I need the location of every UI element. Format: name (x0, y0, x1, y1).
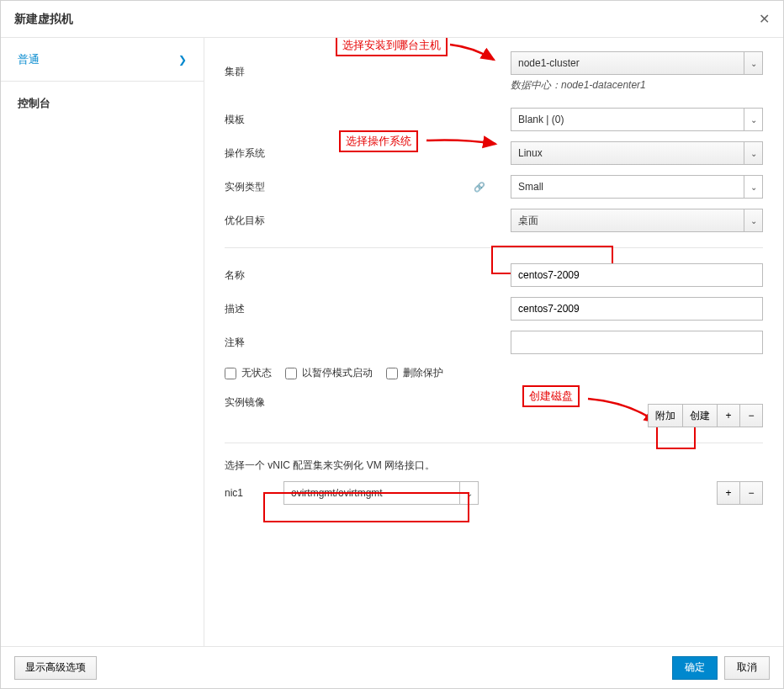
label-instance-type: 实例类型 (225, 180, 265, 194)
template-select[interactable]: Blank | (0) ⌄ (511, 108, 763, 131)
sidebar-item-general[interactable]: 普通 ❯ (1, 38, 204, 82)
dialog-footer: 显示高级选项 确定 取消 (1, 646, 783, 688)
chevron-down-icon: ⌄ (744, 52, 762, 74)
label-instance-image: 实例镜像 (225, 395, 511, 410)
sidebar-item-label: 普通 (18, 52, 40, 67)
sidebar-item-label: 控制台 (18, 96, 50, 111)
checkbox-stateless[interactable]: 无状态 (225, 366, 272, 380)
sidebar-item-console[interactable]: 控制台 (1, 82, 204, 125)
description-input[interactable] (518, 303, 755, 315)
pause-checkbox[interactable] (285, 368, 297, 379)
name-input[interactable] (518, 269, 755, 281)
cancel-button[interactable]: 取消 (724, 656, 770, 680)
nic-description: 选择一个 vNIC 配置集来实例化 VM 网络接口。 (225, 458, 763, 473)
chevron-right-icon: ❯ (178, 54, 187, 66)
label-nic1: nic1 (225, 487, 283, 499)
create-disk-button[interactable]: 创建 (682, 404, 718, 427)
chevron-down-icon: ⌄ (744, 109, 762, 130)
close-icon[interactable]: ✕ (759, 11, 770, 27)
show-advanced-button[interactable]: 显示高级选项 (14, 656, 97, 680)
ok-button[interactable]: 确定 (672, 656, 718, 680)
label-comment: 注释 (225, 336, 511, 350)
checkbox-pause[interactable]: 以暂停模式启动 (285, 366, 373, 380)
dialog-title: 新建虚拟机 (14, 12, 73, 27)
instance-type-value: Small (518, 181, 543, 193)
dialog-header: 新建虚拟机 ✕ (1, 1, 783, 38)
link-icon: 🔗 (474, 182, 485, 193)
chevron-down-icon: ⌄ (744, 209, 762, 231)
attach-disk-button[interactable]: 附加 (648, 404, 683, 427)
datacenter-helper: 数据中心：node1-datacenter1 (511, 78, 763, 93)
new-vm-dialog: 新建虚拟机 ✕ 普通 ❯ 控制台 选择安装到哪台主机 选择操作系统 创建磁盘 (0, 0, 784, 689)
chevron-down-icon: ⌄ (459, 482, 478, 504)
add-disk-row-button[interactable]: + (717, 404, 740, 427)
remove-nic-button[interactable]: − (739, 481, 763, 505)
stateless-checkbox[interactable] (225, 368, 236, 379)
remove-disk-row-button[interactable]: − (739, 404, 763, 427)
chevron-down-icon: ⌄ (744, 176, 762, 198)
label-optimize: 优化目标 (225, 214, 511, 228)
label-template: 模板 (225, 113, 511, 127)
desc-input-wrap (511, 297, 763, 321)
cluster-value: node1-cluster (518, 57, 580, 69)
os-value: Linux (518, 147, 543, 159)
label-os: 操作系统 (225, 146, 511, 161)
delete-protect-checkbox[interactable] (386, 368, 398, 379)
optimize-value: 桌面 (518, 214, 538, 228)
optimize-select[interactable]: 桌面 ⌄ (511, 209, 763, 232)
checkbox-delete-protect[interactable]: 删除保护 (386, 366, 443, 380)
label-description: 描述 (225, 302, 511, 316)
nic1-select[interactable]: ovirtmgmt/ovirtmgmt ⌄ (283, 481, 479, 505)
os-select[interactable]: Linux ⌄ (511, 141, 763, 165)
instance-type-select[interactable]: Small ⌄ (511, 175, 763, 199)
label-cluster: 集群 (225, 65, 511, 79)
label-name: 名称 (225, 268, 511, 283)
nic1-value: ovirtmgmt/ovirtmgmt (291, 487, 383, 499)
add-nic-button[interactable]: + (717, 481, 740, 505)
cluster-select[interactable]: node1-cluster ⌄ (511, 51, 763, 75)
comment-input-wrap (511, 331, 763, 354)
comment-input[interactable] (518, 337, 755, 348)
chevron-down-icon: ⌄ (744, 142, 762, 164)
name-input-wrap (511, 263, 763, 287)
sidebar: 普通 ❯ 控制台 (1, 38, 204, 646)
template-value: Blank | (0) (518, 114, 564, 125)
form-content: 选择安装到哪台主机 选择操作系统 创建磁盘 集群 node1-cluster ⌄ (204, 38, 783, 646)
